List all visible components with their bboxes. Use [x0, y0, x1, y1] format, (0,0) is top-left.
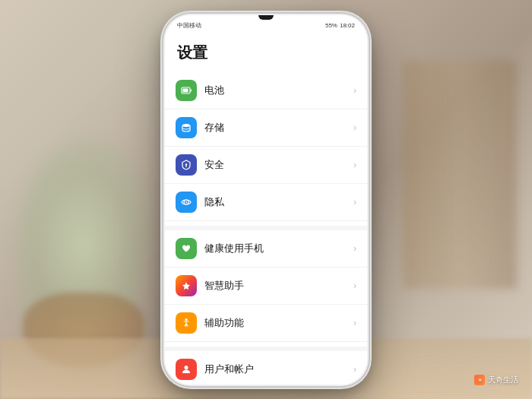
security-chevron: ›	[353, 160, 356, 170]
battery-chevron: ›	[353, 85, 356, 96]
battery-icon	[176, 80, 197, 101]
settings-item-health[interactable]: 健康使用手机 ›	[165, 230, 367, 268]
settings-item-security[interactable]: 安全 ›	[165, 147, 367, 184]
settings-item-privacy[interactable]: 隐私 ›	[165, 184, 367, 221]
privacy-icon	[176, 192, 197, 213]
user-label: 用户和帐户	[204, 363, 350, 376]
accessibility-icon	[176, 312, 197, 334]
svg-point-7	[185, 201, 187, 203]
status-right: 55% 18:02	[325, 22, 355, 29]
health-chevron: ›	[353, 243, 356, 254]
phone-container: 中国移动 55% 18:02 设置	[163, 14, 369, 386]
security-icon	[176, 154, 197, 176]
svg-rect-1	[191, 89, 192, 91]
settings-item-battery[interactable]: 电池 ›	[165, 72, 367, 109]
watermark: ☀ 天奇生活	[474, 375, 518, 385]
settings-item-assistant[interactable]: 智慧助手 ›	[165, 268, 367, 305]
storage-icon	[176, 117, 197, 138]
battery-label: 电池	[204, 84, 350, 97]
settings-item-storage[interactable]: 存储 ›	[165, 109, 367, 147]
svg-point-9	[185, 318, 188, 321]
user-icon	[176, 359, 197, 380]
phone-frame: 中国移动 55% 18:02 设置	[163, 14, 369, 386]
privacy-label: 隐私	[204, 195, 350, 209]
notch	[258, 15, 274, 20]
page-title: 设置	[165, 36, 367, 72]
user-chevron: ›	[353, 364, 356, 375]
assistant-label: 智慧助手	[204, 279, 350, 293]
accessibility-chevron: ›	[353, 318, 356, 328]
storage-label: 存储	[204, 121, 350, 135]
phone-screen: 中国移动 55% 18:02 设置	[165, 15, 367, 385]
settings-item-user[interactable]: 用户和帐户 ›	[165, 351, 367, 385]
watermark-text: 天奇生活	[488, 375, 518, 385]
status-left: 中国移动	[177, 21, 201, 30]
status-bar: 中国移动 55% 18:02	[165, 15, 367, 36]
watermark-icon: ☀	[474, 375, 485, 385]
health-icon	[176, 238, 197, 259]
settings-list[interactable]: 电池 › 存储 ›	[165, 72, 367, 385]
time-text: 18:02	[340, 22, 355, 29]
assistant-chevron: ›	[353, 280, 356, 291]
settings-item-accessibility[interactable]: 辅助功能 ›	[165, 305, 367, 342]
accessibility-label: 辅助功能	[204, 316, 350, 330]
shelf-decoration	[403, 61, 517, 289]
privacy-chevron: ›	[353, 197, 356, 207]
settings-group-2: 健康使用手机 › 智慧助手 ›	[165, 226, 367, 342]
security-label: 安全	[204, 158, 350, 172]
health-label: 健康使用手机	[204, 242, 350, 255]
assistant-icon	[176, 275, 197, 296]
svg-point-10	[185, 366, 188, 369]
svg-rect-2	[183, 88, 188, 92]
settings-group-3: 用户和帐户 › HMS HMS Core ›	[165, 347, 367, 385]
svg-point-3	[182, 124, 190, 127]
settings-group-1: 电池 › 存储 ›	[165, 72, 367, 221]
battery-text: 55%	[325, 22, 337, 29]
storage-chevron: ›	[353, 122, 356, 133]
svg-marker-8	[182, 282, 190, 290]
carrier-text: 中国移动	[177, 21, 201, 30]
